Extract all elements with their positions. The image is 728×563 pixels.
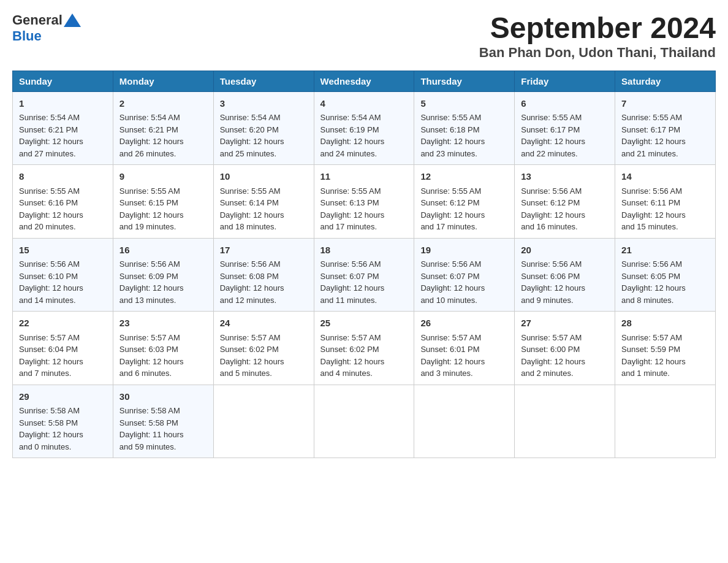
calendar-cell: 2 Sunrise: 5:54 AM Sunset: 6:21 PM Dayli…	[113, 91, 213, 165]
daylight-text: Daylight: 12 hoursand 2 minutes.	[521, 357, 585, 378]
sunset-text: Sunset: 6:13 PM	[320, 198, 379, 207]
daylight-text: Daylight: 12 hoursand 18 minutes.	[220, 210, 284, 232]
day-number: 5	[420, 97, 508, 111]
day-number: 21	[621, 243, 709, 258]
calendar-cell: 28 Sunrise: 5:57 AM Sunset: 5:59 PM Dayl…	[615, 312, 716, 385]
sunset-text: Sunset: 6:21 PM	[119, 125, 178, 134]
sunset-text: Sunset: 6:19 PM	[320, 125, 379, 134]
day-number: 24	[220, 316, 308, 331]
daylight-text: Daylight: 12 hoursand 13 minutes.	[119, 283, 184, 305]
calendar-cell: 24 Sunrise: 5:57 AM Sunset: 6:02 PM Dayl…	[213, 312, 314, 385]
days-header-row: SundayMondayTuesdayWednesdayThursdayFrid…	[13, 71, 716, 91]
sunset-text: Sunset: 6:02 PM	[220, 345, 279, 354]
day-number: 15	[19, 243, 107, 258]
sunset-text: Sunset: 6:00 PM	[521, 345, 580, 354]
sunset-text: Sunset: 6:12 PM	[521, 198, 580, 207]
sunset-text: Sunset: 6:01 PM	[420, 345, 479, 354]
calendar-cell: 15 Sunrise: 5:56 AM Sunset: 6:10 PM Dayl…	[13, 238, 113, 312]
sunrise-text: Sunrise: 5:57 AM	[119, 333, 180, 342]
day-number: 13	[521, 170, 609, 184]
daylight-text: Daylight: 12 hoursand 7 minutes.	[19, 357, 83, 378]
calendar-cell: 11 Sunrise: 5:55 AM Sunset: 6:13 PM Dayl…	[314, 165, 414, 239]
calendar-subtitle: Ban Phan Don, Udon Thani, Thailand	[479, 45, 716, 61]
sunset-text: Sunset: 6:20 PM	[220, 125, 279, 134]
daylight-text: Daylight: 12 hoursand 26 minutes.	[119, 137, 184, 158]
daylight-text: Daylight: 12 hoursand 19 minutes.	[119, 210, 184, 232]
sunset-text: Sunset: 6:14 PM	[220, 198, 279, 207]
daylight-text: Daylight: 12 hoursand 17 minutes.	[320, 210, 385, 232]
logo-text: General Blue	[12, 12, 81, 44]
sunset-text: Sunset: 5:58 PM	[119, 418, 178, 427]
day-number: 20	[521, 243, 609, 258]
daylight-text: Daylight: 12 hoursand 0 minutes.	[19, 430, 83, 451]
calendar-cell: 23 Sunrise: 5:57 AM Sunset: 6:03 PM Dayl…	[113, 312, 213, 385]
sunset-text: Sunset: 6:08 PM	[220, 272, 279, 281]
sunset-text: Sunset: 6:06 PM	[521, 272, 580, 281]
title-block: September 2024 Ban Phan Don, Udon Thani,…	[479, 12, 716, 61]
day-number: 29	[19, 390, 107, 404]
day-header-sunday: Sunday	[13, 71, 113, 91]
week-row-2: 8 Sunrise: 5:55 AM Sunset: 6:16 PM Dayli…	[13, 165, 716, 239]
sunset-text: Sunset: 6:09 PM	[119, 272, 178, 281]
sunrise-text: Sunrise: 5:55 AM	[621, 113, 682, 122]
calendar-table: SundayMondayTuesdayWednesdayThursdayFrid…	[12, 71, 716, 459]
sunset-text: Sunset: 6:16 PM	[19, 198, 78, 207]
sunset-text: Sunset: 6:18 PM	[420, 125, 479, 134]
calendar-cell: 19 Sunrise: 5:56 AM Sunset: 6:07 PM Dayl…	[414, 238, 515, 312]
sunrise-text: Sunrise: 5:55 AM	[420, 186, 481, 196]
calendar-cell: 20 Sunrise: 5:56 AM Sunset: 6:06 PM Dayl…	[515, 238, 615, 312]
day-number: 18	[320, 243, 408, 258]
sunset-text: Sunset: 5:59 PM	[621, 345, 680, 354]
day-number: 11	[320, 170, 408, 184]
sunset-text: Sunset: 6:12 PM	[420, 198, 479, 207]
daylight-text: Daylight: 12 hoursand 14 minutes.	[19, 283, 83, 305]
sunset-text: Sunset: 6:11 PM	[621, 198, 680, 207]
page-header: General Blue September 2024 Ban Phan Don…	[12, 12, 716, 61]
calendar-cell: 3 Sunrise: 5:54 AM Sunset: 6:20 PM Dayli…	[213, 91, 314, 165]
day-number: 1	[19, 97, 107, 111]
day-header-monday: Monday	[113, 71, 213, 91]
daylight-text: Daylight: 12 hoursand 10 minutes.	[420, 283, 485, 305]
calendar-cell: 1 Sunrise: 5:54 AM Sunset: 6:21 PM Dayli…	[13, 91, 113, 165]
day-header-saturday: Saturday	[615, 71, 716, 91]
daylight-text: Daylight: 12 hoursand 20 minutes.	[19, 210, 83, 232]
sunrise-text: Sunrise: 5:57 AM	[420, 333, 481, 342]
daylight-text: Daylight: 12 hoursand 21 minutes.	[621, 137, 686, 158]
week-row-4: 22 Sunrise: 5:57 AM Sunset: 6:04 PM Dayl…	[13, 312, 716, 385]
daylight-text: Daylight: 12 hoursand 16 minutes.	[521, 210, 585, 232]
calendar-cell: 22 Sunrise: 5:57 AM Sunset: 6:04 PM Dayl…	[13, 312, 113, 385]
calendar-cell: 7 Sunrise: 5:55 AM Sunset: 6:17 PM Dayli…	[615, 91, 716, 165]
day-header-wednesday: Wednesday	[314, 71, 414, 91]
calendar-cell: 5 Sunrise: 5:55 AM Sunset: 6:18 PM Dayli…	[414, 91, 515, 165]
sunset-text: Sunset: 6:05 PM	[621, 272, 680, 281]
day-number: 27	[521, 316, 609, 331]
day-header-tuesday: Tuesday	[213, 71, 314, 91]
calendar-cell	[414, 385, 515, 458]
daylight-text: Daylight: 12 hoursand 22 minutes.	[521, 137, 585, 158]
sunrise-text: Sunrise: 5:56 AM	[320, 259, 381, 269]
sunrise-text: Sunrise: 5:56 AM	[521, 186, 582, 196]
calendar-cell: 30 Sunrise: 5:58 AM Sunset: 5:58 PM Dayl…	[113, 385, 213, 458]
calendar-cell: 27 Sunrise: 5:57 AM Sunset: 6:00 PM Dayl…	[515, 312, 615, 385]
logo-name: General Blue	[12, 12, 81, 44]
calendar-cell: 9 Sunrise: 5:55 AM Sunset: 6:15 PM Dayli…	[113, 165, 213, 239]
sunrise-text: Sunrise: 5:56 AM	[621, 259, 682, 269]
sunset-text: Sunset: 6:21 PM	[19, 125, 78, 134]
sunrise-text: Sunrise: 5:58 AM	[119, 406, 180, 415]
sunrise-text: Sunrise: 5:56 AM	[119, 259, 180, 269]
sunrise-text: Sunrise: 5:55 AM	[19, 186, 80, 196]
day-number: 22	[19, 316, 107, 331]
calendar-cell: 13 Sunrise: 5:56 AM Sunset: 6:12 PM Dayl…	[515, 165, 615, 239]
day-number: 9	[119, 170, 207, 184]
week-row-3: 15 Sunrise: 5:56 AM Sunset: 6:10 PM Dayl…	[13, 238, 716, 312]
sunrise-text: Sunrise: 5:55 AM	[420, 113, 481, 122]
sunrise-text: Sunrise: 5:57 AM	[521, 333, 582, 342]
day-number: 28	[621, 316, 709, 331]
calendar-cell: 16 Sunrise: 5:56 AM Sunset: 6:09 PM Dayl…	[113, 238, 213, 312]
sunset-text: Sunset: 6:17 PM	[521, 125, 580, 134]
day-number: 6	[521, 97, 609, 111]
sunset-text: Sunset: 6:07 PM	[320, 272, 379, 281]
daylight-text: Daylight: 12 hoursand 17 minutes.	[420, 210, 485, 232]
daylight-text: Daylight: 12 hoursand 24 minutes.	[320, 137, 385, 158]
calendar-cell: 29 Sunrise: 5:58 AM Sunset: 5:58 PM Dayl…	[13, 385, 113, 458]
